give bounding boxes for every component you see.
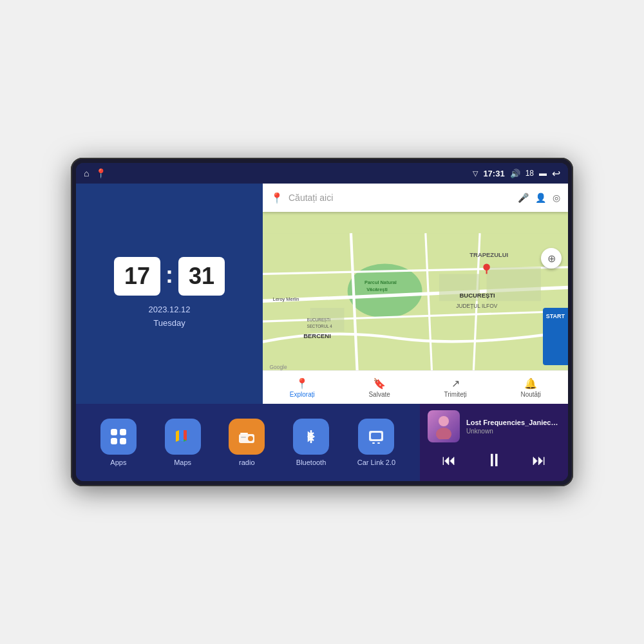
svg-rect-34 [372, 442, 375, 444]
svg-text:Leroy Merlin: Leroy Merlin [273, 296, 299, 302]
svg-text:SECTORUL 4: SECTORUL 4 [307, 324, 332, 328]
bluetooth-label: Bluetooth [296, 459, 326, 466]
clock-hours: 17 [114, 257, 160, 296]
explore-icon: 📍 [296, 377, 308, 390]
status-left: ⌂ 📍 [84, 168, 106, 178]
top-row: 17 : 31 2023.12.12 Tuesday 📍 Căutați aic… [76, 184, 568, 404]
map-pin-icon: 📍 [270, 192, 283, 204]
nav-send[interactable]: ↗ Trimiteți [444, 377, 467, 398]
clock-colon: : [166, 261, 173, 289]
svg-rect-0 [263, 233, 568, 383]
nav-saved[interactable]: 🔖 Salvate [368, 377, 390, 398]
nav-explore-label: Explorați [290, 391, 315, 398]
map-start-button[interactable]: START [543, 308, 568, 365]
saved-icon: 🔖 [373, 377, 386, 390]
account-icon[interactable]: 👤 [535, 193, 546, 203]
play-pause-button[interactable]: ⏸ [485, 450, 503, 471]
music-controls: ⏮ ⏸ ⏭ [428, 446, 560, 475]
volume-icon: 🔊 [510, 169, 520, 178]
svg-point-36 [439, 416, 449, 426]
status-time: 17:31 [483, 169, 504, 178]
svg-point-37 [436, 428, 451, 439]
map-panel[interactable]: 📍 Căutați aici 🎤 👤 ◎ [263, 184, 568, 404]
bluetooth-icon [293, 419, 329, 455]
apps-label: Apps [110, 459, 126, 466]
app-item-maps[interactable]: Maps [165, 419, 201, 466]
carlink-icon [358, 419, 394, 455]
music-info: Lost Frequencies_Janieck Devy-... Unknow… [466, 419, 560, 435]
layers-icon[interactable]: ◎ [553, 193, 560, 203]
app-item-carlink[interactable]: Car Link 2.0 [357, 419, 395, 466]
svg-text:Parcul Natural: Parcul Natural [365, 279, 397, 285]
mic-icon[interactable]: 🎤 [518, 193, 529, 203]
svg-point-28 [248, 436, 253, 441]
map-zoom-button[interactable]: ⊕ [541, 248, 562, 269]
map-search-bar[interactable]: 📍 Căutați aici 🎤 👤 ◎ [263, 184, 568, 212]
app-item-bluetooth[interactable]: Bluetooth [293, 419, 329, 466]
music-thumbnail [428, 410, 460, 442]
music-title: Lost Frequencies_Janieck Devy-... [466, 419, 560, 426]
carlink-label: Car Link 2.0 [357, 459, 395, 466]
svg-rect-25 [111, 438, 117, 444]
music-artist: Unknown [466, 428, 560, 435]
clock-panel: 17 : 31 2023.12.12 Tuesday [76, 184, 263, 404]
app-item-radio[interactable]: radio [229, 419, 265, 466]
updates-icon: 🔔 [524, 377, 537, 390]
battery-level: 18 [526, 169, 534, 178]
svg-rect-35 [377, 442, 380, 444]
maps-app-icon [165, 419, 201, 455]
maps-label: Maps [174, 459, 191, 466]
svg-rect-30 [241, 437, 246, 438]
status-bar: ⌂ 📍 ▽ 17:31 🔊 18 ▬ ↩ [76, 163, 568, 184]
svg-text:BUCUREȘTI: BUCUREȘTI [459, 292, 495, 299]
svg-text:TRAPEZULUI: TRAPEZULUI [469, 251, 508, 258]
svg-text:Google: Google [270, 364, 287, 370]
music-top: Lost Frequencies_Janieck Devy-... Unknow… [428, 410, 560, 442]
nav-updates[interactable]: 🔔 Noutăți [520, 377, 541, 398]
device: ⌂ 📍 ▽ 17:31 🔊 18 ▬ ↩ 17 : [71, 158, 573, 486]
svg-text:Văcărești: Văcărești [366, 287, 388, 292]
svg-text:JUDEȚUL ILFOV: JUDEȚUL ILFOV [456, 303, 498, 309]
clock-date: 2023.12.12 Tuesday [148, 303, 190, 330]
nav-updates-label: Noutăți [520, 391, 541, 398]
next-button[interactable]: ⏭ [532, 452, 546, 469]
svg-rect-26 [120, 438, 126, 444]
back-icon[interactable]: ↩ [552, 167, 560, 180]
svg-rect-23 [111, 429, 117, 435]
nav-explore[interactable]: 📍 Explorați [290, 377, 315, 398]
home-icon[interactable]: ⌂ [84, 168, 89, 178]
map-nav-bottom: 📍 Explorați 🔖 Salvate ↗ Trimiteți 🔔 [263, 370, 568, 404]
bottom-row: Apps Maps [76, 404, 568, 481]
screen: ⌂ 📍 ▽ 17:31 🔊 18 ▬ ↩ 17 : [76, 163, 568, 481]
radio-label: radio [239, 459, 254, 466]
prev-button[interactable]: ⏮ [442, 452, 456, 469]
nav-saved-label: Salvate [368, 391, 390, 398]
music-panel: Lost Frequencies_Janieck Devy-... Unknow… [420, 404, 568, 481]
send-icon: ↗ [451, 377, 460, 390]
nav-send-label: Trimiteți [444, 391, 467, 398]
svg-rect-29 [240, 433, 248, 434]
clock-minutes: 31 [178, 257, 225, 296]
svg-text:BUCUREȘTI: BUCUREȘTI [307, 317, 330, 323]
svg-rect-24 [120, 429, 126, 435]
svg-text:BERCENI: BERCENI [303, 332, 331, 339]
main-area: 17 : 31 2023.12.12 Tuesday 📍 Căutați aic… [76, 184, 568, 481]
apps-panel: Apps Maps [76, 404, 420, 481]
clock-digits: 17 : 31 [114, 257, 225, 296]
signal-icon: ▽ [473, 169, 478, 178]
maps-status-icon[interactable]: 📍 [95, 168, 106, 178]
map-search-icons: 🎤 👤 ◎ [518, 193, 560, 203]
radio-icon [229, 419, 265, 455]
apps-icon [100, 419, 137, 455]
status-right: ▽ 17:31 🔊 18 ▬ ↩ [473, 167, 560, 180]
battery-icon: ▬ [539, 169, 547, 178]
app-item-apps[interactable]: Apps [100, 419, 137, 466]
svg-rect-33 [371, 433, 381, 439]
map-search-text[interactable]: Căutați aici [289, 193, 513, 203]
